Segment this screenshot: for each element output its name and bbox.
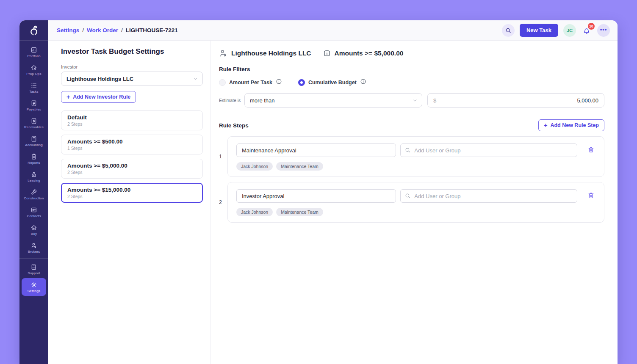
contact-card-icon <box>30 207 37 213</box>
rule-detail-header: Lighthouse Holdings LLC Amounts >= $5,00… <box>219 49 604 58</box>
rule-filters-radios: Amount Per Task Cumulative Budget <box>219 78 604 86</box>
search-icon <box>505 27 512 34</box>
app-window: Portfolio Prop Ops Tasks Payables Receiv… <box>19 20 618 364</box>
breadcrumb-separator: / <box>82 27 84 33</box>
more-menu-button[interactable]: ••• <box>597 24 610 37</box>
search-icon <box>404 147 411 153</box>
investor-field-label: Investor <box>61 64 203 69</box>
search-button[interactable] <box>502 24 515 37</box>
sidebar-item-payables[interactable]: Payables <box>22 97 46 114</box>
estimate-amount-field[interactable]: $ <box>427 93 604 108</box>
dollar-doc-icon <box>30 118 37 124</box>
assignee-search[interactable] <box>400 143 577 157</box>
ellipsis-icon: ••• <box>600 26 607 33</box>
topbar-actions: New Task JC 10 ••• <box>502 24 610 37</box>
sidebar-item-prop-ops[interactable]: Prop Ops <box>22 61 46 79</box>
new-task-button[interactable]: New Task <box>520 24 558 37</box>
radio-cumulative-budget[interactable]: Cumulative Budget <box>298 78 366 86</box>
add-rule-step-button[interactable]: + Add New Rule Step <box>538 119 604 131</box>
breadcrumb-current: LIGHTHOUSE-7221 <box>126 27 178 33</box>
assignee-tags: Jack Johnson Maintenance Team <box>236 208 595 216</box>
rule-step-row: 2 Jack Joh <box>219 182 604 223</box>
breadcrumb-work-order[interactable]: Work Order <box>87 27 118 33</box>
step-number: 2 <box>219 182 227 223</box>
currency-symbol: $ <box>433 97 436 104</box>
sidebar-item-receivables[interactable]: Receivables <box>22 114 46 132</box>
sidebar-item-contacts[interactable]: Contacts <box>22 203 46 221</box>
step-card: Jack Johnson Maintenance Team <box>227 136 604 177</box>
portfolio-icon <box>30 47 37 53</box>
estimate-amount-input[interactable] <box>436 97 598 104</box>
radio-checked[interactable] <box>298 79 305 86</box>
chevron-down-icon <box>412 98 418 105</box>
rule-card-5000[interactable]: Amounts >= $5,000.00 2 Steps <box>61 159 203 179</box>
estimate-operator-select[interactable]: more than <box>244 93 422 108</box>
house-dollar-icon <box>30 224 37 231</box>
radio-unchecked[interactable] <box>219 79 226 86</box>
sidebar-item-portfolio[interactable]: Portfolio <box>22 43 46 61</box>
chevron-down-icon <box>193 76 198 83</box>
assignee-search-input[interactable] <box>400 189 577 203</box>
info-circle-icon[interactable] <box>276 78 282 86</box>
plus-icon: + <box>66 94 70 100</box>
info-circle-icon[interactable] <box>360 78 366 86</box>
notifications-button[interactable]: 10 <box>581 24 592 37</box>
sidebar-item-leasing[interactable]: Leasing <box>22 168 46 185</box>
sidebar-item-brokers[interactable]: Brokers <box>22 239 46 256</box>
step-name-input[interactable] <box>236 189 396 203</box>
assignee-tag[interactable]: Jack Johnson <box>236 208 273 216</box>
delete-step-button[interactable] <box>587 145 595 155</box>
rule-step-row: 1 Jack Joh <box>219 136 604 177</box>
wrench-icon <box>30 189 37 196</box>
investor-select[interactable]: Lighthouse Holdings LLC <box>61 72 203 86</box>
sidebar-item-support[interactable]: Support <box>22 260 46 278</box>
sidebar-item-construction[interactable]: Construction <box>22 185 46 203</box>
rule-card-500[interactable]: Amounts >= $500.00 1 Steps <box>61 135 203 154</box>
assignee-tags: Jack Johnson Maintenance Team <box>236 162 595 171</box>
detail-investor-name: Lighthouse Holdings LLC <box>231 50 311 57</box>
info-square-icon <box>323 50 331 57</box>
detail-rule-name: Amounts >= $5,000.00 <box>335 50 404 57</box>
clipboard-icon <box>30 153 37 160</box>
step-number: 1 <box>219 136 227 177</box>
checklist-icon <box>30 82 37 89</box>
breadcrumb-settings[interactable]: Settings <box>57 27 79 33</box>
avatar[interactable]: JC <box>563 24 576 37</box>
invoice-icon <box>30 100 37 107</box>
investor-rules-panel: Investor Task Budget Settings Investor L… <box>48 41 210 364</box>
rule-card-default[interactable]: Default 2 Steps <box>61 110 203 130</box>
delete-step-button[interactable] <box>587 191 595 201</box>
estimate-row: Estimate is more than $ <box>219 93 604 108</box>
lock-icon <box>30 171 37 178</box>
assignee-tag[interactable]: Maintenance Team <box>276 208 323 216</box>
topbar: Settings / Work Order / LIGHTHOUSE-7221 … <box>48 20 618 41</box>
sidebar-item-buy[interactable]: Buy <box>22 221 46 239</box>
book-icon <box>30 264 37 270</box>
breadcrumb: Settings / Work Order / LIGHTHOUSE-7221 <box>57 27 178 33</box>
calculator-icon <box>30 135 37 142</box>
assignee-search[interactable] <box>400 189 577 203</box>
sidebar-divider <box>19 258 48 259</box>
sidebar-item-tasks[interactable]: Tasks <box>22 79 46 97</box>
step-name-input[interactable] <box>236 143 396 157</box>
rule-card-15000[interactable]: Amounts >= $15,000.00 2 Steps <box>61 183 203 203</box>
assignee-tag[interactable]: Jack Johnson <box>236 162 273 171</box>
plus-icon: + <box>544 122 547 128</box>
sidebar-item-settings[interactable]: Settings <box>22 278 46 296</box>
sidebar-item-accounting[interactable]: Accounting <box>22 132 46 150</box>
search-icon <box>404 193 411 199</box>
rule-steps-header: Rule Steps + Add New Rule Step <box>219 119 604 131</box>
rule-detail-panel: Lighthouse Holdings LLC Amounts >= $5,00… <box>210 41 618 364</box>
page-title: Investor Task Budget Settings <box>61 47 203 56</box>
app-logo[interactable] <box>19 20 48 41</box>
step-card: Jack Johnson Maintenance Team <box>227 182 604 223</box>
breadcrumb-separator: / <box>121 27 123 33</box>
house-icon <box>30 64 37 71</box>
assignee-search-input[interactable] <box>400 143 577 157</box>
investor-select-value: Lighthouse Holdings LLC <box>66 76 133 82</box>
add-investor-rule-button[interactable]: + Add New Investor Rule <box>61 91 136 103</box>
assignee-tag[interactable]: Maintenance Team <box>276 162 323 171</box>
radio-amount-per-task[interactable]: Amount Per Task <box>219 78 282 86</box>
gear-icon <box>30 281 37 288</box>
sidebar-item-reports[interactable]: Reports <box>22 150 46 168</box>
